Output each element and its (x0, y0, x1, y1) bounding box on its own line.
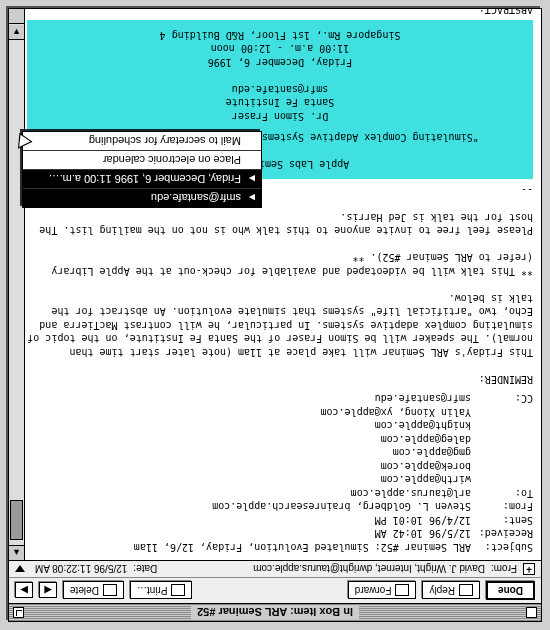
context-menu[interactable]: smfr@santafe.edu Friday, December 6, 199… (22, 131, 262, 208)
close-icon[interactable] (526, 607, 537, 618)
sent-value: 12/4/96 10:01 PM (128, 514, 471, 528)
forward-button[interactable]: Forward (348, 582, 417, 600)
to-value-4: daleg@apple.com (128, 433, 471, 447)
to-value-3: gmg@apple.com (128, 446, 471, 460)
mail-window: In Box Item: ARL Seminar #52 Done Reply … (8, 8, 542, 622)
forward-label: Forward (355, 585, 392, 596)
cc-value: smfr@santafe.edu (128, 392, 471, 406)
trash-icon (103, 585, 117, 597)
scroll-down-icon[interactable]: ▼ (9, 25, 24, 40)
reply-label: Reply (429, 585, 455, 596)
menu-item-label: Mail to secretary for scheduling (89, 135, 241, 147)
zoom-icon[interactable] (13, 607, 24, 618)
menu-item-label: Friday, December 6, 1996 11:00 a.m.… (49, 173, 241, 185)
done-button[interactable]: Done (486, 581, 535, 600)
info-bar: + From: David J. Wright, Internet, dwrig… (9, 560, 541, 577)
prev-message-button[interactable]: ◀ (39, 583, 57, 599)
print-icon (171, 585, 185, 597)
titlebar: In Box Item: ARL Seminar #52 (9, 603, 541, 621)
speaker-affiliation: Santa Fe Institute (31, 96, 529, 110)
delete-button[interactable]: Delete (63, 582, 124, 600)
speaker-name: Dr. Simon Fraser (31, 110, 529, 124)
subject-value: ARL Seminar #52: Simulated Evolution, Fr… (128, 541, 471, 555)
seminar-location: Singapore Rm., 1st Floor, R&D Building 4 (31, 29, 529, 43)
menu-item-email[interactable]: smfr@santafe.edu (23, 188, 261, 207)
expand-icon[interactable]: + (523, 563, 535, 575)
info-from-value: David J. Wright, Internet, dwright@tauru… (253, 564, 485, 575)
cc-label: CC: (471, 392, 533, 406)
to-value-6: Yalin Xiong, yx@apple.com (128, 406, 471, 420)
menu-item-datetime[interactable]: Friday, December 6, 1996 11:00 a.m.… (23, 169, 261, 188)
delete-label: Delete (70, 585, 99, 596)
subject-label: Subject: (471, 541, 533, 555)
forward-icon (395, 585, 409, 597)
print-button[interactable]: Print… (130, 582, 193, 600)
menu-item-label: smfr@santafe.edu (151, 192, 241, 204)
menu-item-mail-secretary[interactable]: Mail to secretary for scheduling (23, 132, 261, 150)
menu-item-calendar[interactable]: Place on electronic calendar (23, 150, 261, 169)
received-label: Received: (471, 527, 533, 541)
info-date-label: Date: (133, 564, 157, 575)
info-date-value: 12/5/96 11:22:08 AM (35, 564, 127, 575)
message-content: Subject: ARL Seminar #52: Simulated Evol… (9, 9, 541, 560)
seminar-time: 11:00 a.m. - 12:00 noon (31, 42, 529, 56)
from-label: From: (471, 500, 533, 514)
to-value-1: wirth@apple.com (128, 473, 471, 487)
reply-icon (459, 585, 473, 597)
toolbar: Done Reply Forward Print… Delete ◀ ▶ (9, 577, 541, 603)
sent-label: Sent: (471, 514, 533, 528)
done-label: Done (498, 585, 523, 596)
info-from-label: From: (491, 564, 517, 575)
header-table: Subject: ARL Seminar #52: Simulated Evol… (128, 392, 533, 554)
seminar-date: Friday, December 6, 1996 (31, 56, 529, 70)
resize-handle-icon[interactable] (9, 9, 24, 24)
received-value: 12/5/96 10:42 AM (128, 527, 471, 541)
scroll-up-icon[interactable]: ▲ (9, 545, 24, 560)
print-label: Print… (137, 585, 168, 596)
body-p3: Please feel free to invite anyone to thi… (27, 211, 533, 238)
scroll-thumb[interactable] (10, 500, 23, 540)
from-value: Steven L. Goldberg, brainresearch.apple.… (128, 500, 471, 514)
menu-item-label: Place on electronic calendar (103, 154, 241, 166)
to-label: To: (471, 487, 533, 501)
body-p2: ** This talk will be videotaped and avai… (27, 251, 533, 278)
next-message-button[interactable]: ▶ (15, 583, 33, 599)
speaker-email: smfr@santafe.edu (31, 83, 529, 97)
reminder-label: REMINDER: (27, 373, 533, 387)
window-title: In Box Item: ARL Seminar #52 (191, 606, 359, 620)
body-p1: This Friday's ARL Seminar will take plac… (27, 292, 533, 360)
to-value-0: arl@taurus.apple.com (128, 487, 471, 501)
to-value-2: borek@apple.com (128, 460, 471, 474)
chevron-down-icon[interactable] (15, 566, 25, 573)
abstract-label: ABSTRACT: (27, 9, 533, 17)
vertical-scrollbar[interactable]: ▲ ▼ (9, 9, 25, 560)
reply-button[interactable]: Reply (422, 582, 480, 600)
to-value-5: knight@apple.com (128, 419, 471, 433)
